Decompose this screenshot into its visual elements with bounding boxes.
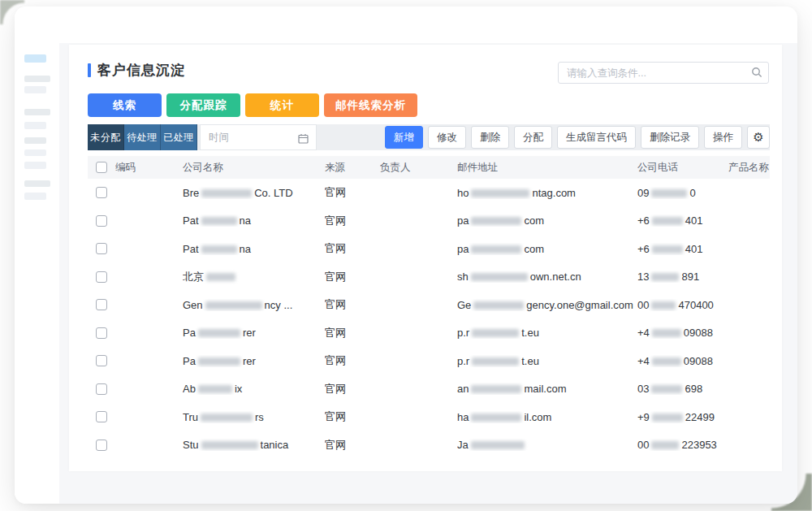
nav-button-3[interactable]: 统计 [245,93,319,117]
row-checkbox[interactable] [96,327,107,339]
redacted-text [473,301,524,310]
search-input[interactable] [558,62,769,84]
toolbar-right: 新增修改删除分配生成留言代码删除记录操作 ⚙ [385,126,770,149]
table-row[interactable]: BreCo. LTD官网hontag.com090 [88,179,770,207]
redacted-text [472,329,519,337]
redacted-text [651,273,679,281]
redacted-text [651,385,682,393]
calendar-icon[interactable] [298,132,309,147]
sidebar-skeleton [15,6,59,504]
sidebar-placeholder-bar [24,86,46,93]
action-button-3[interactable]: 删除 [471,126,509,149]
filter-toolbar: 未分配待处理已处理 新增修改删除分配 [88,124,770,150]
cell-company: BreCo. LTD [183,187,325,199]
action-button-6[interactable]: 删除记录 [641,126,699,149]
cell-company: 北京 [183,270,325,284]
table-row[interactable]: Parer官网p.rt.eu+409088 [88,347,770,375]
redacted-text [201,245,237,253]
checkbox-cell [88,327,115,339]
checkbox-cell [88,355,115,366]
redacted-text [206,273,235,281]
search-box [558,62,769,84]
action-button-5[interactable]: 生成留言代码 [557,126,636,149]
cell-email: hontag.com [457,187,637,199]
sidebar-placeholder-bar [24,76,50,82]
cell-phone: +6401 [637,214,728,227]
action-button-1[interactable]: 新增 [385,126,423,149]
table-row[interactable]: Abix官网anmail.com03698 [88,375,770,404]
filter-tab-3[interactable]: 已处理 [161,124,197,150]
redacted-text [651,301,676,310]
checkbox-cell [88,271,115,283]
cell-source: 官网 [325,297,380,312]
redacted-text [652,245,683,253]
cell-email: Ja [457,439,637,451]
cell-phone: +409088 [637,355,728,367]
cell-source: 官网 [325,185,380,200]
sidebar-placeholder-bar [24,137,46,144]
cell-source: 官网 [325,241,380,256]
checkbox-cell [88,243,115,254]
table-row[interactable]: Parer官网p.rt.eu+409088 [88,319,770,348]
column-header: 编码 [115,161,183,175]
main-panel: 客户信息沉淀 线索分配跟踪统计邮件线索分析 未分配待处理已处理 [59,43,797,504]
redacted-text [201,441,258,449]
table-row[interactable]: Stutanica官网Ja00223953 [88,431,770,460]
cell-company: Trurs [183,411,325,423]
select-all-checkbox[interactable] [96,162,107,173]
table-row[interactable]: Patna官网pacom+6401 [88,207,770,236]
nav-button-4[interactable]: 邮件线索分析 [324,93,417,117]
redacted-text [472,357,519,366]
redacted-text [651,189,687,197]
settings-button[interactable]: ⚙ [747,126,770,149]
row-checkbox[interactable] [96,243,107,254]
column-header: 来源 [325,161,380,175]
redacted-text [471,273,528,281]
table-row[interactable]: Genncy ...官网Gegency.one@gmail.com0047040… [88,291,770,319]
nav-button-2[interactable]: 分配跟踪 [166,93,240,117]
table-row[interactable]: 北京官网shown.net.cn13891 [88,263,770,292]
cell-email: Gegency.one@gmail.com [457,299,637,311]
redacted-text [198,357,240,366]
checkbox-cell [88,187,115,198]
filter-tab-1[interactable]: 未分配 [88,124,124,150]
cell-company: Genncy ... [183,299,325,311]
row-checkbox[interactable] [96,271,107,283]
column-header: 公司名称 [183,161,325,175]
search-icon[interactable] [751,67,762,81]
row-checkbox[interactable] [96,299,107,310]
cell-phone: +6401 [637,243,728,255]
app-window: 客户信息沉淀 线索分配跟踪统计邮件线索分析 未分配待处理已处理 [15,6,797,504]
redacted-text [205,301,262,310]
cell-email: hail.com [457,411,637,423]
redacted-text [198,329,240,337]
checkbox-cell [88,215,115,227]
toolbar-buttons: 新增修改删除分配生成留言代码删除记录操作 [385,126,742,149]
cell-phone: 00470400 [637,299,728,311]
nav-buttons: 线索分配跟踪统计邮件线索分析 [88,93,770,117]
date-filter [200,124,317,150]
cell-email: anmail.com [457,383,637,395]
table-row[interactable]: Trurs官网hail.com+922499 [88,403,770,431]
row-checkbox[interactable] [96,187,107,198]
cell-email: pacom [457,214,637,227]
cell-company: Parer [183,327,325,339]
row-checkbox[interactable] [96,440,107,451]
cell-source: 官网 [325,382,380,396]
row-checkbox[interactable] [96,355,107,366]
nav-button-1[interactable]: 线索 [88,93,162,117]
cell-source: 官网 [325,438,380,453]
row-checkbox[interactable] [96,383,107,395]
sidebar-placeholder-bar [24,109,50,115]
redacted-text [651,441,679,449]
action-button-7[interactable]: 操作 [704,126,742,149]
redacted-text [652,217,683,225]
action-button-4[interactable]: 分配 [514,126,552,149]
row-checkbox[interactable] [96,411,107,422]
action-button-2[interactable]: 修改 [428,126,466,149]
cell-email: shown.net.cn [457,271,637,283]
table-row[interactable]: Patna官网pacom+6401 [88,235,770,263]
filter-tab-2[interactable]: 待处理 [124,124,161,150]
row-checkbox[interactable] [96,215,107,227]
redacted-text [471,189,529,197]
